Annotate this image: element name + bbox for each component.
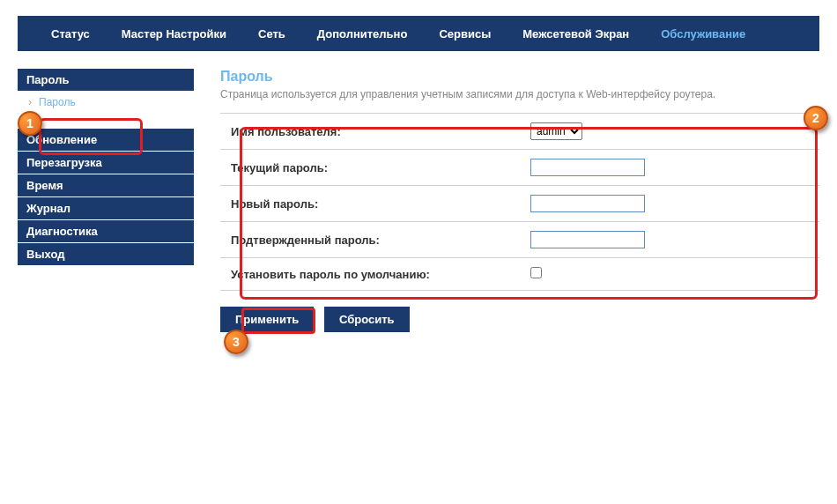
main-content: Пароль Страница используется для управле… — [194, 69, 819, 332]
sidebar-item-diagnostics[interactable]: Диагностика — [18, 220, 194, 243]
sidebar-subitem-password[interactable]: Пароль — [18, 92, 194, 113]
nav-setup-wizard[interactable]: Мастер Настройки — [106, 27, 242, 41]
current-password-label: Текущий пароль: — [220, 150, 520, 186]
annotation-callout-2: 2 — [804, 106, 828, 130]
sidebar-item-time[interactable]: Время — [18, 174, 194, 197]
nav-firewall[interactable]: Межсетевой Экран — [507, 27, 645, 41]
sidebar-item-reboot[interactable]: Перезагрузка — [18, 152, 194, 174]
password-form: Имя пользователя: admin Текущий пароль: … — [220, 113, 819, 291]
nav-advanced[interactable]: Дополнительно — [301, 27, 424, 41]
nav-network[interactable]: Сеть — [242, 27, 301, 41]
reset-button[interactable]: Сбросить — [324, 307, 410, 332]
annotation-callout-1: 1 — [18, 111, 42, 136]
page-description: Страница используется для управления уче… — [220, 88, 819, 100]
username-label: Имя пользователя: — [220, 114, 520, 150]
sidebar-item-password-header[interactable]: Пароль — [18, 69, 194, 92]
annotation-callout-3: 3 — [224, 330, 248, 354]
top-navigation: Статус Мастер Настройки Сеть Дополнитель… — [18, 16, 819, 51]
nav-maintenance[interactable]: Обслуживание — [645, 27, 761, 41]
nav-services[interactable]: Сервисы — [423, 27, 507, 41]
new-password-input[interactable] — [530, 195, 645, 212]
sidebar-item-log[interactable]: Журнал — [18, 197, 194, 220]
default-password-checkbox[interactable] — [530, 267, 542, 278]
page-title: Пароль — [220, 69, 819, 85]
nav-status[interactable]: Статус — [35, 27, 106, 41]
sidebar: Пароль Пароль Обновление Перезагрузка Вр… — [18, 69, 194, 332]
confirm-password-label: Подтвержденный пароль: — [220, 222, 520, 258]
current-password-input[interactable] — [530, 159, 645, 176]
confirm-password-input[interactable] — [530, 231, 645, 248]
sidebar-item-update[interactable]: Обновление — [18, 129, 194, 152]
apply-button[interactable]: Применить — [220, 307, 314, 332]
new-password-label: Новый пароль: — [220, 186, 520, 222]
sidebar-item-logout[interactable]: Выход — [18, 243, 194, 266]
username-select[interactable]: admin — [530, 122, 582, 140]
default-password-label: Установить пароль по умолчанию: — [220, 258, 520, 291]
